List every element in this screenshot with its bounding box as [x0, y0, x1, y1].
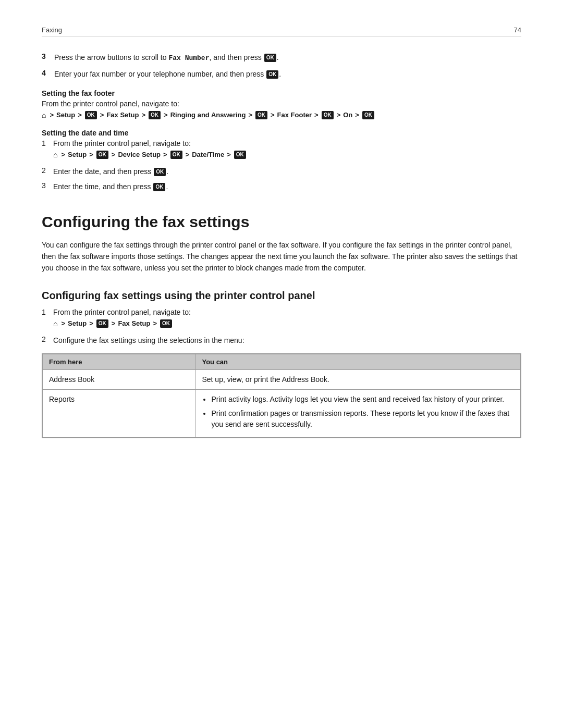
ok-badge-s1-2: OK [160, 319, 172, 328]
home-icon-sub1: ⌂ [53, 319, 57, 328]
nav-sep-dt-3: > [112, 151, 116, 158]
ok-badge-s1-1: OK [96, 319, 108, 328]
nav-sep-6: > [248, 111, 252, 119]
table-cell-from-2: Reports [43, 389, 195, 437]
main-heading: Configuring the fax settings [42, 213, 521, 231]
nav-dt-setup: Setup [68, 151, 87, 158]
sub-step2-label: 2 [42, 335, 49, 343]
date-time-title: Setting the date and time [42, 129, 521, 137]
sub-step1-text: From the printer control panel, navigate… [53, 308, 191, 316]
ok-badge-dt-2: OK [170, 151, 182, 159]
table-cell-from-1: Address Book [43, 369, 195, 389]
reports-list-item-2: Print confirmation pages or transmission… [211, 408, 514, 430]
nav-sep-dt-1: > [61, 151, 65, 158]
datetime-step3-content: Enter the time, and then press OK. [53, 181, 168, 192]
nav-sep-2: > [78, 111, 82, 119]
header-section-title: Faxing [42, 26, 62, 34]
ok-badge-ff-1: OK [85, 111, 97, 119]
ok-badge-step4: OK [266, 70, 278, 79]
fax-footer-intro: From the printer control panel, navigate… [42, 100, 521, 108]
header-page-number: 74 [514, 26, 521, 34]
home-icon-datetime: ⌂ [53, 151, 57, 159]
table-row: Address Book Set up, view, or print the … [43, 369, 521, 389]
page: Faxing 74 3 Press the arrow buttons to s… [0, 0, 563, 728]
nav-sep-8: > [314, 111, 319, 119]
ok-badge-ff-2: OK [149, 111, 161, 119]
reports-list-item-1: Print activity logs. Activity logs let y… [211, 394, 514, 405]
sub-step1-label: 1 [42, 308, 49, 316]
col-header-from: From here [43, 354, 195, 369]
nav-sep-3: > [100, 111, 104, 119]
step3-fax-number: 3 Press the arrow buttons to scroll to F… [42, 52, 521, 64]
sub-step1: 1 From the printer control panel, naviga… [42, 308, 521, 331]
nav-sep-s1-3: > [112, 319, 116, 327]
ok-badge-ff-4: OK [322, 111, 334, 119]
home-icon-fax-footer: ⌂ [42, 111, 46, 119]
step4-label: 4 [42, 69, 50, 77]
sub-step2: 2 Configure the fax settings using the s… [42, 335, 521, 346]
datetime-step3: 3 Enter the time, and then press OK. [42, 181, 521, 192]
fax-footer-nav: ⌂ > Setup > OK > Fax Setup > OK > Ringin… [42, 111, 521, 119]
ok-badge-step3: OK [264, 54, 276, 62]
nav-s1-faxsetup: Fax Setup [118, 319, 150, 327]
nav-sep-7: > [271, 111, 275, 119]
datetime-step2-content: Enter the date, and then press OK. [53, 166, 168, 177]
table: From here You can Address Book Set up, v… [42, 354, 521, 438]
fax-footer-title: Setting the fax footer [42, 89, 521, 97]
main-paragraph: You can configure the fax settings throu… [42, 239, 521, 274]
nav-sep-5: > [164, 111, 168, 119]
page-header: Faxing 74 [42, 26, 521, 36]
step3-label: 3 [42, 52, 50, 60]
sub-step1-nav: ⌂ > Setup > OK > Fax Setup > OK [53, 319, 191, 328]
nav-sep-dt-6: > [227, 151, 231, 158]
ok-badge-dt-3: OK [234, 151, 246, 159]
datetime-step1: 1 From the printer control panel, naviga… [42, 139, 521, 162]
step4-fax-number: 4 Enter your fax number or your telephon… [42, 69, 521, 80]
reports-list: Print activity logs. Activity logs let y… [202, 394, 514, 430]
table-row: Reports Print activity logs. Activity lo… [43, 389, 521, 437]
nav-sep-4: > [142, 111, 146, 119]
nav-sep-10: > [355, 111, 359, 119]
step3-content: Press the arrow buttons to scroll to Fax… [54, 52, 279, 64]
ok-badge-dt-step3: OK [153, 183, 165, 191]
nav-sep-dt-5: > [186, 151, 190, 158]
table-header-row: From here You can [43, 354, 521, 369]
col-header-you: You can [195, 354, 521, 369]
datetime-step2: 2 Enter the date, and then press OK. [42, 166, 521, 177]
ok-badge-ff-3: OK [255, 111, 267, 119]
sub-step1-content: From the printer control panel, navigate… [53, 308, 191, 331]
nav-dt-device: Device Setup [118, 151, 161, 158]
nav-dt-datetime: Date/Time [192, 151, 224, 158]
datetime-step3-label: 3 [42, 181, 49, 190]
ok-badge-dt-1: OK [96, 151, 108, 159]
nav-sep-s1-1: > [61, 319, 65, 327]
sub-step2-text: Configure the fax settings using the sel… [53, 335, 244, 346]
ok-badge-dt-step2: OK [154, 168, 166, 176]
table-cell-you-2: Print activity logs. Activity logs let y… [195, 389, 521, 437]
nav-setup-1: Setup [56, 111, 75, 119]
nav-sep-1: > [50, 111, 54, 119]
fax-number-monospace: Fax Number [168, 54, 209, 62]
table-cell-you-1: Set up, view, or print the Address Book. [195, 369, 521, 389]
nav-on: On [343, 111, 352, 119]
nav-sep-s1-2: > [89, 319, 93, 327]
nav-ringing: Ringing and Answering [170, 111, 246, 119]
nav-s1-setup: Setup [68, 319, 87, 327]
step4-content: Enter your fax number or your telephone … [54, 69, 281, 80]
datetime-step2-label: 2 [42, 166, 49, 175]
datetime-step1-label: 1 [42, 139, 49, 147]
sub-heading: Configuring fax settings using the print… [42, 290, 521, 302]
nav-sep-dt-2: > [89, 151, 93, 158]
nav-fax-footer: Fax Footer [277, 111, 312, 119]
ok-badge-ff-5: OK [362, 111, 374, 119]
nav-sep-9: > [337, 111, 341, 119]
datetime-step1-text: From the printer control panel, navigate… [53, 139, 191, 147]
datetime-step1-content: From the printer control panel, navigate… [53, 139, 247, 162]
datetime-step1-nav: ⌂ > Setup > OK > Device Setup > OK > Dat… [53, 151, 247, 159]
nav-sep-dt-4: > [163, 151, 167, 158]
nav-fax-setup-1: Fax Setup [106, 111, 139, 119]
nav-sep-s1-4: > [153, 319, 157, 327]
fax-settings-table: From here You can Address Book Set up, v… [42, 353, 521, 438]
